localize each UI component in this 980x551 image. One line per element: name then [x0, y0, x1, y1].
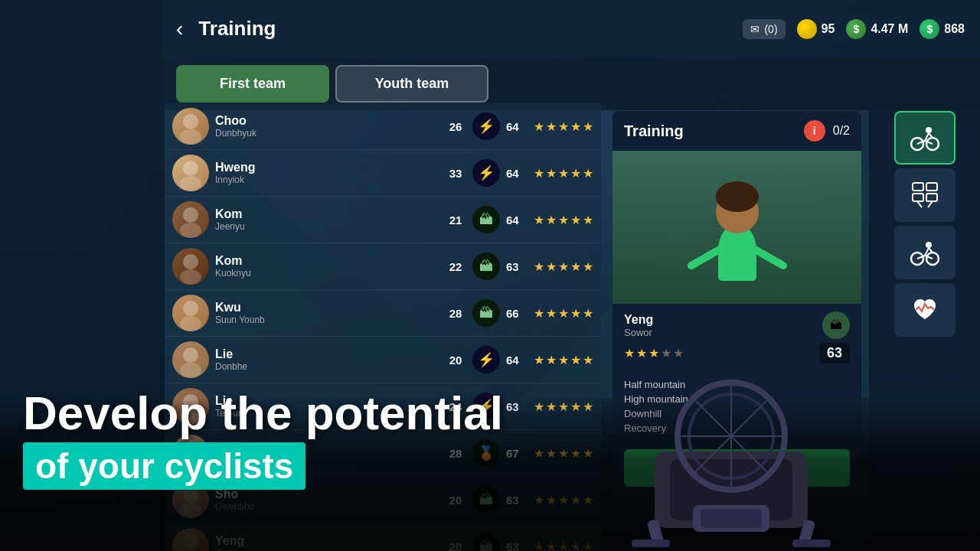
sidebar-health-icon[interactable]	[894, 283, 956, 337]
player-row[interactable]: Lie Tee-ur 24 ⚡ 63 ★★★★★	[165, 383, 601, 430]
money-value: 4.47 M	[871, 22, 908, 36]
main-content: First team Youth team Choo Dunbhyuk 26 ⚡…	[165, 57, 980, 551]
right-sidebar	[869, 103, 980, 551]
svg-rect-23	[718, 243, 756, 281]
player-age: 28	[445, 307, 466, 320]
train-button[interactable]: TRAIN	[624, 449, 850, 487]
message-badge[interactable]: ✉ (0)	[743, 19, 785, 39]
player-info: Choo Dunbhyuk	[215, 114, 439, 139]
player-name: Kwu	[215, 301, 439, 315]
skill-downhill: Downhill	[624, 406, 850, 421]
svg-point-10	[183, 347, 198, 363]
player-name: Lie	[215, 347, 439, 361]
player-rating: 63	[506, 494, 528, 507]
premium-icon: $	[920, 19, 939, 39]
training-panel: Training i 0/2	[605, 103, 869, 551]
sidebar-race-icon[interactable]	[894, 226, 956, 279]
dollar-icon: $	[846, 19, 866, 39]
player-rating: 63	[506, 400, 528, 413]
back-button[interactable]: ‹	[176, 17, 183, 41]
player-name: Hweng	[215, 161, 439, 174]
player-list: Choo Dunbhyuk 26 ⚡ 64 ★★★★★ Hweng Innyio…	[165, 103, 601, 551]
heart-icon	[911, 296, 939, 324]
player-sub: Innyiok	[215, 174, 439, 185]
svg-line-37	[917, 201, 922, 207]
player-sub: Tee-ur	[215, 408, 439, 419]
player-age: 24	[445, 400, 466, 413]
player-type-icon: ⚡	[472, 159, 500, 187]
player-type-icon: 🏔	[472, 206, 500, 233]
player-info: Hweng Innyiok	[215, 161, 439, 185]
selected-player-info: Yeng Sowor 🏔 ★ ★ ★ ★ ★ 63	[612, 304, 861, 371]
player-row[interactable]: Kwu Suun Younb 28 🏔 66 ★★★★★	[165, 290, 601, 337]
player-avatar	[172, 155, 209, 191]
svg-point-14	[183, 441, 198, 456]
player-row[interactable]: Kom Jeenyu 21 🏔 64 ★★★★★	[165, 197, 601, 243]
player-avatar	[172, 248, 209, 285]
player-age: 20	[445, 354, 466, 367]
player-row[interactable]: Lie Donbhe 20 ⚡ 64 ★★★★★	[165, 337, 601, 383]
svg-line-38	[928, 201, 933, 207]
info-button[interactable]: i	[804, 120, 825, 142]
player-avatar	[172, 108, 209, 145]
player-row[interactable]: Sho Gwenbho 20 🏔 63 ★★★★★	[165, 477, 601, 523]
svg-point-15	[180, 456, 201, 471]
svg-point-22	[716, 181, 759, 212]
player-row[interactable]: Choo Dunbhyuk 26 ⚡ 64 ★★★★★	[165, 103, 601, 150]
player-stars: ★★★★★	[534, 399, 593, 414]
sidebar	[0, 0, 165, 551]
svg-point-17	[180, 503, 201, 518]
race-icon	[910, 237, 940, 268]
selected-player-sub: Sowor	[624, 327, 816, 338]
player-name: Lie	[215, 394, 439, 408]
player-row[interactable]: Kom Kuoknyu 22 🏔 63 ★★★★★	[165, 243, 601, 290]
player-age: 20	[445, 494, 466, 507]
player-stars: ★★★★★	[534, 446, 593, 461]
svg-rect-33	[913, 183, 923, 191]
player-name: Kom	[215, 207, 439, 221]
player-age: 26	[445, 120, 466, 133]
player-stars: ★★★★★	[534, 213, 593, 227]
svg-point-8	[183, 301, 198, 316]
player-sub: Dunbhyuk	[215, 128, 439, 139]
player-stars: ★★★★★	[534, 353, 593, 367]
tab-youth-team[interactable]: Youth team	[335, 65, 488, 103]
player-stars: ★★★★★	[534, 306, 593, 321]
player-type-icon: 🏔	[472, 533, 500, 551]
svg-point-0	[183, 114, 198, 129]
sidebar-cycling-icon[interactable]	[894, 111, 956, 165]
player-row[interactable]: Yeng Sowor 20 🏔 63 ★★★★★	[165, 523, 601, 551]
training-card-title: Training	[624, 122, 796, 140]
player-rating: 64	[506, 214, 528, 227]
player-avatar	[172, 201, 209, 238]
sidebar-grid-icon[interactable]	[894, 168, 956, 222]
player-rating: 63	[506, 260, 528, 273]
player-info: Lie Donbhe	[215, 347, 439, 372]
svg-point-9	[180, 316, 201, 331]
player-name: Sho	[215, 487, 439, 501]
player-row[interactable]: Perk Kyuunb Ho 28 🏅 67 ★★★★★	[165, 430, 601, 477]
skill-high-mountain: High mountain	[624, 392, 850, 406]
tab-first-team[interactable]: First team	[176, 65, 329, 103]
player-type-icon: ⚡	[472, 346, 500, 373]
selected-player-name: Yeng	[624, 313, 816, 327]
svg-point-3	[180, 176, 201, 191]
header: ‹ Training ✉ (0) 95 $ 4.47 M $ 868	[161, 0, 980, 57]
player-card-stats: ★ ★ ★ ★ ★ 63	[624, 343, 850, 364]
player-sub: Suun Younb	[215, 315, 439, 325]
svg-rect-36	[926, 194, 937, 201]
training-card-header: Training i 0/2	[612, 111, 861, 151]
player-avatar	[172, 528, 209, 551]
player-type-icon: 🏔	[472, 486, 500, 514]
svg-line-24	[691, 250, 718, 266]
message-count: (0)	[764, 23, 777, 35]
player-sub: Kyuunb Ho	[215, 455, 439, 465]
currency-money: $ 4.47 M	[846, 19, 908, 39]
cyclist-figure	[668, 151, 806, 304]
player-row[interactable]: Hweng Innyiok 33 ⚡ 64 ★★★★★	[165, 150, 601, 197]
svg-line-25	[756, 250, 783, 266]
player-name: Kom	[215, 254, 439, 268]
player-stars: ★★★★★	[534, 493, 593, 507]
svg-point-6	[183, 254, 198, 269]
player-rating: 63	[506, 540, 528, 552]
